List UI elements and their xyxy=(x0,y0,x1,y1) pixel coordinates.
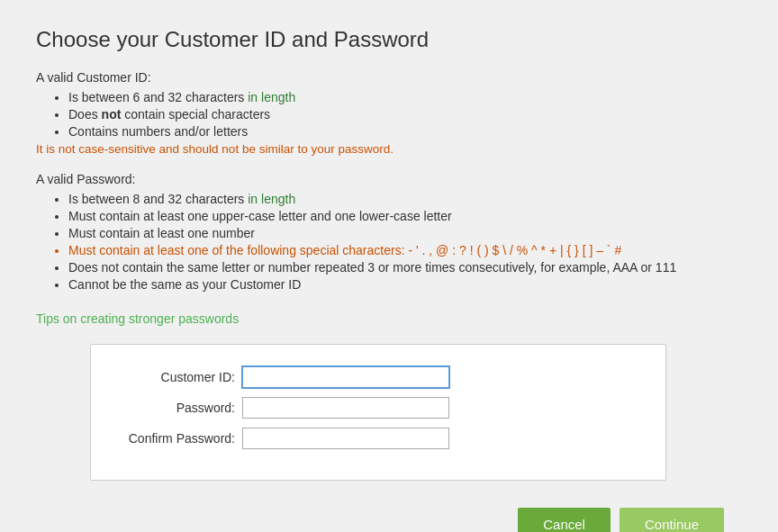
continue-button[interactable]: Continue xyxy=(620,508,724,532)
form-box: Customer ID: Password: Confirm Password: xyxy=(90,344,666,481)
password-rule-1: Is between 8 and 32 characters in length xyxy=(68,192,742,206)
customer-id-input[interactable] xyxy=(242,366,449,388)
page-container: Choose your Customer ID and Password A v… xyxy=(0,0,778,532)
confirm-password-input[interactable] xyxy=(242,428,449,449)
customer-id-section: A valid Customer ID: Is between 6 and 32… xyxy=(36,70,742,156)
number-repeated: number repeated xyxy=(268,260,365,275)
confirm-password-label: Confirm Password: xyxy=(118,431,235,446)
customer-id-row: Customer ID: xyxy=(118,366,638,388)
customer-id-rule-2-bold: not xyxy=(102,107,122,122)
customer-id-rule-2: Does not contain special characters xyxy=(68,107,742,122)
password-rule-1-highlight: in length xyxy=(248,192,295,206)
customer-id-note: It is not case-sensitive and should not … xyxy=(36,142,742,156)
password-heading: A valid Password: xyxy=(36,172,742,186)
customer-id-label: Customer ID: xyxy=(118,370,235,384)
password-row: Password: xyxy=(118,397,638,419)
customer-id-heading: A valid Customer ID: xyxy=(36,70,742,85)
confirm-password-row: Confirm Password: xyxy=(118,428,638,449)
customer-id-rules: Is between 6 and 32 characters in length… xyxy=(36,90,742,139)
customer-id-rule-3: Contains numbers and/or letters xyxy=(68,124,742,139)
tips-link[interactable]: Tips on creating stronger passwords xyxy=(36,311,742,326)
password-rule-6: Cannot be the same as your Customer ID xyxy=(68,277,742,292)
password-input[interactable] xyxy=(242,397,449,419)
password-rule-4: Must contain at least one of the followi… xyxy=(68,243,742,257)
customer-id-rule-1: Is between 6 and 32 characters in length xyxy=(68,90,742,104)
password-rule-2: Must contain at least one upper-case let… xyxy=(68,209,742,223)
cancel-button[interactable]: Cancel xyxy=(518,508,611,532)
password-rule-3: Must contain at least one number xyxy=(68,226,742,240)
buttons-row: Cancel Continue xyxy=(36,499,742,532)
password-section: A valid Password: Is between 8 and 32 ch… xyxy=(36,172,742,295)
password-rules: Is between 8 and 32 characters in length… xyxy=(36,192,742,292)
password-rule-5: Does not contain the same letter or numb… xyxy=(68,260,742,275)
page-title: Choose your Customer ID and Password xyxy=(36,27,742,52)
password-label: Password: xyxy=(118,401,235,415)
customer-id-rule-1-highlight: in length xyxy=(248,90,295,104)
